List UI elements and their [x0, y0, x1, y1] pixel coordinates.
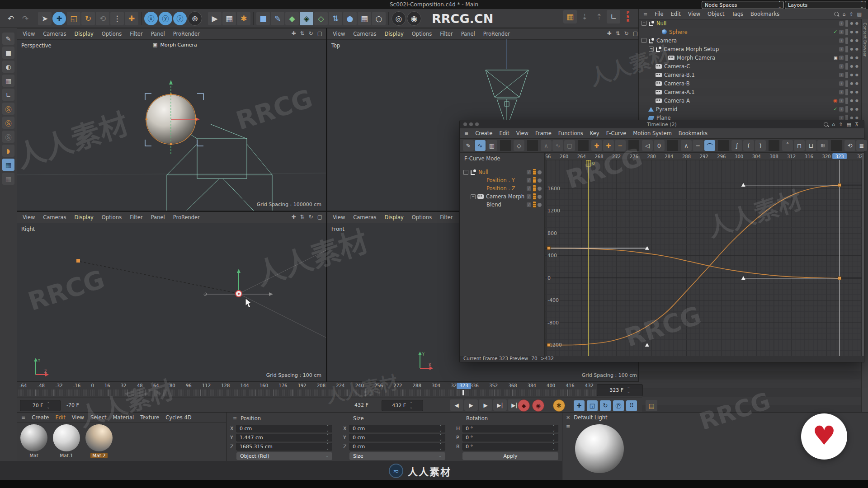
viewport-menu-item[interactable]: Filter — [440, 31, 453, 37]
timeline-menu-item[interactable]: Motion System — [633, 130, 672, 136]
toolbar-icon[interactable]: ⇅ — [329, 12, 342, 25]
viewport-menu-item[interactable]: ProRender — [173, 31, 200, 37]
view-control-icon[interactable]: ✚ — [291, 214, 296, 220]
close-icon[interactable]: ✕ — [566, 415, 570, 421]
hamburger-icon[interactable]: ≡ — [464, 131, 468, 136]
viewport-menu-item[interactable]: View — [23, 214, 35, 221]
autokey-button[interactable]: ◉ — [532, 399, 544, 412]
visibility-dots-icon[interactable]: ● ● — [850, 30, 859, 34]
visibility-dots-icon[interactable]: ● ● — [850, 64, 859, 68]
visibility-dots-icon[interactable]: ● ● — [850, 116, 859, 120]
expander-icon[interactable]: − — [642, 21, 646, 26]
timeline-menu-item[interactable]: Create — [475, 130, 492, 136]
visibility-dots-icon[interactable]: ● ● — [850, 73, 859, 77]
material-menu-item[interactable]: View — [72, 414, 84, 421]
mode-icon[interactable]: ∟ — [2, 89, 14, 101]
material-menu-item[interactable]: Edit — [55, 414, 65, 421]
fcurve-track-row[interactable]: − Position . Y ∕ — [460, 176, 544, 184]
edit-toggle-icon[interactable]: ∕ — [839, 116, 844, 120]
key-rotation-toggle[interactable]: ↻ — [600, 400, 611, 411]
toolbar-icon[interactable]: ⓨ — [159, 12, 172, 25]
spinner-icon[interactable]: ⌃⌄ — [326, 443, 329, 450]
spinner-icon[interactable]: ⌃⌄ — [627, 387, 630, 394]
visibility-dots-icon[interactable]: ● ● — [850, 38, 859, 42]
size-input[interactable]: 0 cm ⌃⌄ — [349, 425, 445, 432]
toolbar-icon[interactable] — [253, 12, 254, 25]
edit-toggle-icon[interactable]: ∕ — [839, 90, 844, 94]
spinner-icon[interactable]: ⌃⌄ — [552, 425, 555, 432]
toolbar-icon[interactable]: ■ — [256, 12, 270, 25]
playhead-marker[interactable] — [462, 390, 464, 395]
object-row[interactable]: − Camera ∕ ● ● — [639, 36, 862, 45]
toolbar-icon[interactable]: ↶ — [4, 12, 18, 25]
mode-icon[interactable]: ▦ — [2, 75, 14, 87]
timeline-tool-icon[interactable]: ∿ — [552, 140, 563, 151]
object-label[interactable]: Morph Camera — [677, 55, 715, 61]
object-label[interactable]: Camera-B — [664, 80, 690, 87]
fcurve-graph[interactable]: 2562602642682722762802842882922963003043… — [545, 153, 863, 358]
default-light-preview[interactable] — [575, 424, 624, 473]
transport-button[interactable]: ▶ — [464, 399, 478, 411]
view-control-icon[interactable]: ▢ — [633, 30, 638, 37]
toolbar-icon[interactable]: ↻ — [81, 12, 95, 25]
object-row[interactable]: − Camera Morph Setup ∕ ● ● — [639, 45, 862, 53]
panel-icon[interactable]: ▤ — [847, 122, 851, 127]
material-item[interactable]: Mat — [19, 424, 48, 459]
home-icon[interactable]: ⌂ — [842, 11, 845, 17]
object-label[interactable]: Camera Morph Setup — [664, 46, 719, 52]
viewport-menu-item[interactable]: View — [333, 214, 345, 221]
current-frame-field[interactable]: 323 F ⌃⌄ — [597, 384, 643, 396]
toolbar-icon[interactable]: ✚ — [125, 12, 138, 25]
material-menu-item[interactable]: Cycles 4D — [165, 414, 191, 421]
timeline-tool-icon[interactable]: ∫ — [731, 140, 742, 151]
timeline-menu-item[interactable]: Bookmarks — [679, 130, 708, 136]
timeline-tool-icon[interactable]: − — [615, 140, 626, 151]
keyframe-selection-button[interactable]: ▤ — [646, 400, 657, 411]
object-label[interactable]: Camera — [656, 38, 677, 44]
spinner-icon[interactable]: ⌃⌄ — [552, 443, 555, 450]
timeline-tool-icon[interactable]: ✎ — [463, 140, 474, 151]
edit-toggle-icon[interactable]: ∕ — [839, 56, 844, 60]
timeline-tool-icon[interactable] — [667, 140, 678, 151]
lock-toggle-icon[interactable]: ∕ — [527, 194, 531, 199]
timeline-window[interactable]: Timeline (2) ⌂ ⇧ ▤ ⊼ ≡ CreateEditViewFra… — [459, 120, 864, 362]
size-input[interactable]: 0 cm ⌃⌄ — [349, 434, 445, 441]
solo-dot-icon[interactable] — [538, 195, 542, 199]
fcurve-track-row[interactable]: − Position . Z ∕ — [460, 184, 544, 192]
spinner-icon[interactable]: ⌃⌄ — [439, 434, 442, 441]
timeline-tool-icon[interactable]: ⊓ — [794, 140, 805, 151]
object-row[interactable]: − Camera-B.1 ∕ ● ● — [639, 70, 862, 79]
object-label[interactable]: Camera-C — [664, 63, 690, 70]
toolbar-icon[interactable]: ◎ — [392, 11, 406, 26]
view-control-icon[interactable]: ⇅ — [300, 30, 305, 37]
object-state-icon[interactable]: ◉ — [833, 98, 838, 103]
layouts-select[interactable]: Layouts ⌃⌄ — [785, 1, 866, 9]
viewport-menu-item[interactable]: Display — [384, 31, 403, 37]
current-frame-chip[interactable]: 323 — [457, 383, 471, 389]
toolbar-icon[interactable]: ⋮ — [110, 12, 124, 25]
graph-scrollbar[interactable] — [862, 153, 864, 358]
om-menu-item[interactable]: View — [688, 11, 700, 17]
viewport-menu-item[interactable]: Cameras — [43, 31, 66, 37]
edit-toggle-icon[interactable]: ∕ — [839, 30, 844, 34]
timeline-tool-icon[interactable]: ✚ — [603, 140, 614, 151]
fcurve-track-row[interactable]: − Blend ∕ — [460, 201, 544, 209]
position-input[interactable]: 0 cm ⌃⌄ — [236, 425, 332, 432]
view-control-icon[interactable]: ▢ — [317, 214, 322, 220]
toolbar-icon[interactable]: ⇡ — [592, 10, 606, 23]
object-label[interactable]: Camera-B.1 — [664, 72, 695, 78]
viewport-menu-item[interactable]: Display — [74, 214, 93, 221]
node-spaces-select[interactable]: Node Spaces ⌃⌄ — [702, 1, 784, 9]
edit-toggle-icon[interactable]: ∕ — [839, 107, 844, 112]
timeline-tool-icon[interactable]: ( — [743, 140, 754, 151]
viewport-menu-item[interactable]: ProRender — [483, 31, 510, 37]
object-row[interactable]: − Morph Camera ▣ ∕ ● ● — [639, 53, 862, 62]
transport-button[interactable]: ▶| — [493, 399, 507, 411]
apply-button[interactable]: Apply — [462, 452, 558, 460]
toolbar-icon[interactable]: ✱ — [237, 12, 250, 25]
layer-toggle-icon[interactable] — [845, 63, 848, 70]
viewport-menu-item[interactable]: Options — [102, 214, 122, 221]
mode-icon[interactable]: ■ — [2, 47, 14, 59]
up-icon[interactable]: ⇧ — [849, 11, 853, 17]
material-preview[interactable] — [53, 424, 80, 451]
